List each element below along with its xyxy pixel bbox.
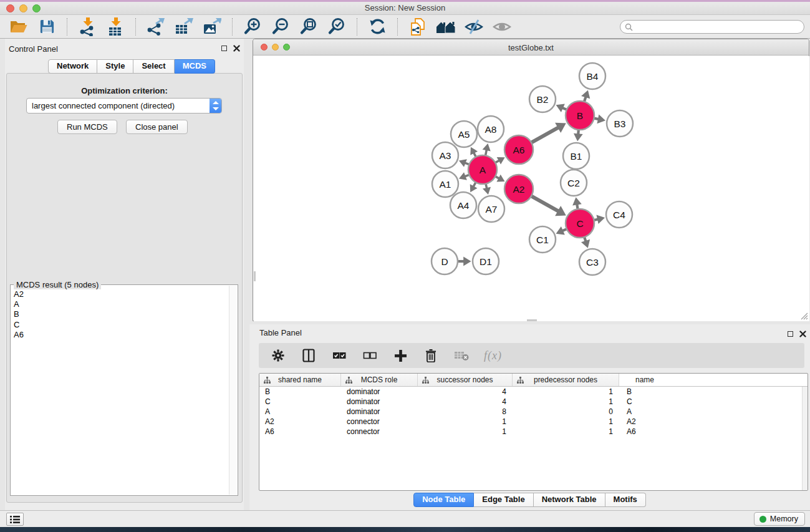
graph-node-B[interactable]: B (566, 101, 594, 130)
export-network-button[interactable] (146, 17, 166, 37)
column-header-predecessor-nodes[interactable]: predecessor nodes (513, 374, 619, 386)
graph-node-C2[interactable]: C2 (561, 170, 587, 196)
graph-node-A1[interactable]: A1 (432, 171, 458, 197)
table-header-row: shared nameMCDS rolesuccessor nodesprede… (259, 374, 808, 387)
copy-network-style-button[interactable] (408, 17, 428, 37)
mcds-result-list[interactable]: A2ABCA6 (11, 286, 228, 495)
function-builder-button[interactable]: f(x) (484, 349, 502, 362)
dropdown-stepper-icon (210, 99, 221, 113)
graph-edge-A6-B[interactable] (530, 123, 566, 143)
table-toolbar: f(x) (259, 343, 804, 368)
zoom-fit-button[interactable] (299, 17, 319, 37)
column-header-successor-nodes[interactable]: successor nodes (418, 374, 513, 386)
graph-edge-A2-C[interactable] (530, 195, 566, 216)
criterion-dropdown[interactable]: largest connected component (directed) (26, 98, 222, 114)
network-window-titlebar[interactable]: testGlobe.txt (253, 39, 809, 56)
column-header-name[interactable]: name (619, 374, 670, 386)
tab-network[interactable]: Network (48, 59, 97, 74)
main-toolbar (0, 15, 810, 39)
graph-node-A3[interactable]: A3 (432, 142, 458, 168)
network-canvas[interactable]: B4B2BB3A8A5A6A3B1AA1C2A2A4A7C4CC1C3DD1 (254, 56, 809, 321)
graph-edge-D-D1[interactable] (456, 257, 471, 266)
import-network-button[interactable] (77, 17, 97, 37)
show-panel-list-button[interactable] (6, 513, 24, 526)
memory-button[interactable]: Memory (754, 512, 805, 526)
graph-node-D[interactable]: D (432, 248, 458, 274)
export-image-button[interactable] (202, 17, 222, 37)
refresh-button[interactable] (367, 17, 387, 37)
tab-select[interactable]: Select (133, 59, 174, 74)
graph-node-A4[interactable]: A4 (450, 192, 476, 218)
graph-node-A5[interactable]: A5 (451, 121, 477, 147)
mcds-result-item[interactable]: A2 (14, 289, 228, 299)
zoom-selected-icon (327, 17, 346, 36)
graph-node-A2[interactable]: A2 (504, 175, 533, 203)
mcds-list-scrollbar[interactable] (229, 286, 237, 495)
optimization-criterion-label: Optimization criterion: (5, 86, 244, 95)
save-session-button[interactable] (37, 17, 57, 37)
graph-node-D1[interactable]: D1 (473, 248, 499, 274)
tab-mcds[interactable]: MCDS (175, 59, 215, 74)
resize-grip-icon[interactable] (800, 312, 808, 320)
delete-column-button[interactable] (423, 347, 439, 364)
cell-filler (670, 407, 808, 417)
canvas-horizontal-scroll-thumb[interactable] (527, 319, 537, 321)
graph-node-B4[interactable]: B4 (579, 63, 605, 89)
tab-network-table[interactable]: Network Table (534, 493, 605, 507)
table-row[interactable]: Cdominator41C (259, 397, 808, 407)
mcds-result-item[interactable]: B (14, 309, 228, 319)
table-row[interactable]: Adominator80A (259, 407, 808, 417)
column-header-mcds-role[interactable]: MCDS role (341, 374, 418, 386)
zoom-selected-button[interactable] (327, 17, 347, 37)
search-input[interactable] (633, 21, 804, 32)
network-window-title: testGlobe.txt (253, 43, 809, 52)
graph-node-A[interactable]: A (468, 155, 497, 184)
add-column-button[interactable] (392, 347, 408, 364)
tab-edge-table[interactable]: Edge Table (474, 493, 533, 507)
table-row[interactable]: Bdominator41B (259, 387, 808, 397)
tab-style[interactable]: Style (97, 59, 133, 74)
tab-node-table[interactable]: Node Table (413, 493, 474, 507)
mcds-result-item[interactable]: A (14, 299, 228, 309)
table-scrollbar[interactable] (802, 387, 808, 490)
graph-node-C1[interactable]: C1 (529, 226, 556, 253)
first-neighbors-button[interactable] (436, 17, 456, 37)
close-panel-button[interactable]: Close panel (126, 120, 188, 134)
float-panel-icon[interactable] (788, 331, 793, 337)
close-panel-icon[interactable] (799, 331, 806, 337)
show-hide-columns-button[interactable] (301, 347, 317, 364)
close-panel-icon[interactable] (233, 45, 240, 52)
network-graph[interactable]: B4B2BB3A8A5A6A3B1AA1C2A2A4A7C4CC1C3DD1 (254, 56, 809, 321)
deselect-all-rows-button[interactable] (362, 347, 378, 364)
mcds-result-item[interactable]: C (14, 320, 228, 330)
delete-table-button[interactable] (453, 347, 470, 364)
run-mcds-button[interactable]: Run MCDS (57, 120, 117, 134)
import-table-button[interactable] (105, 17, 125, 37)
open-file-button[interactable] (9, 17, 29, 37)
graph-node-B1[interactable]: B1 (563, 143, 589, 169)
graph-node-A6[interactable]: A6 (504, 135, 533, 164)
graph-node-A7[interactable]: A7 (478, 196, 504, 222)
table-row[interactable]: A2connector11A2 (259, 417, 808, 427)
hide-selected-button[interactable] (464, 17, 484, 37)
table-settings-button[interactable] (270, 347, 286, 364)
mcds-result-item[interactable]: A6 (14, 330, 228, 340)
canvas-vertical-scroll-thumb[interactable] (254, 271, 256, 281)
graph-node-B3[interactable]: B3 (607, 110, 633, 137)
show-all-button[interactable] (492, 17, 512, 37)
zoom-in-button[interactable] (243, 17, 263, 37)
zoom-out-button[interactable] (271, 17, 291, 37)
graph-node-C4[interactable]: C4 (606, 201, 632, 228)
table-row[interactable]: A6connector11A6 (259, 427, 808, 437)
graph-node-A8[interactable]: A8 (478, 116, 504, 142)
graph-node-C3[interactable]: C3 (579, 249, 605, 275)
column-header-shared-name[interactable]: shared name (259, 374, 341, 386)
export-table-button[interactable] (174, 17, 194, 37)
graph-node-B2[interactable]: B2 (529, 86, 556, 112)
graph-node-C[interactable]: C (566, 209, 594, 238)
float-panel-icon[interactable] (221, 46, 227, 51)
select-all-rows-button[interactable] (331, 347, 347, 364)
tab-motifs[interactable]: Motifs (605, 493, 646, 507)
eye-slash-icon (465, 19, 483, 35)
window-top-accent (0, 0, 810, 2)
